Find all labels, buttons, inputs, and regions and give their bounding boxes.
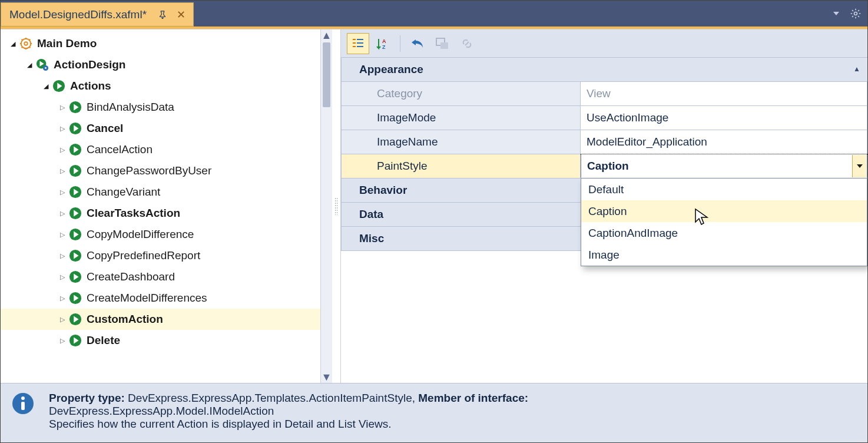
paintstyle-dropdown: Default Caption CaptionAndImage Image xyxy=(581,178,867,266)
category-appearance[interactable]: Appearance ▲ xyxy=(341,57,867,82)
tree-label: CopyModelDifference xyxy=(87,228,194,241)
expander-closed-icon[interactable]: ▷ xyxy=(58,103,67,111)
category-label: Behavior xyxy=(359,184,407,197)
alphabetical-button[interactable]: AZ xyxy=(372,33,394,54)
tree-item[interactable]: ▷CopyModelDifference xyxy=(1,224,320,245)
tree-label: Delete xyxy=(87,334,120,347)
tree-item[interactable]: ▷ClearTasksAction xyxy=(1,203,320,224)
desc-text: DevExpress.ExpressApp.Model.IModelAction xyxy=(49,405,528,418)
tree[interactable]: ◢ Main Demo ◢ ActionDesign ◢ Actions ▷Bi… xyxy=(1,29,320,383)
tree-item[interactable]: ▷CancelAction xyxy=(1,139,320,160)
svg-rect-22 xyxy=(357,39,363,40)
tree-item[interactable]: ▷Delete xyxy=(1,330,320,351)
tree-item[interactable]: ▷BindAnalysisData xyxy=(1,97,320,118)
disabled-button-1 xyxy=(431,33,453,54)
tree-item[interactable]: ▷ChangePasswordByUser xyxy=(1,160,320,181)
scroll-thumb[interactable] xyxy=(323,42,330,107)
close-icon[interactable] xyxy=(177,11,185,18)
prop-paintstyle[interactable]: PaintStyle Caption xyxy=(341,154,867,178)
expander-open-icon[interactable]: ◢ xyxy=(9,39,17,48)
gear-icon[interactable] xyxy=(850,8,862,19)
tree-actions[interactable]: ◢ Actions xyxy=(1,75,320,97)
prop-imagename[interactable]: ImageName ModelEditor_Application xyxy=(341,130,867,154)
desc-label: Member of interface: xyxy=(418,392,528,404)
play-icon xyxy=(69,270,82,283)
tree-item[interactable]: ▷CreateDashboard xyxy=(1,266,320,287)
expander-closed-icon[interactable]: ▷ xyxy=(58,167,67,175)
tree-label: Main Demo xyxy=(37,37,97,50)
pin-icon[interactable] xyxy=(158,11,167,19)
titlebar: Model.DesignedDiffs.xafml* xyxy=(1,1,867,27)
prop-value[interactable]: ModelEditor_Application xyxy=(581,130,867,154)
svg-rect-19 xyxy=(353,39,356,40)
scroll-down-icon[interactable]: ▼ xyxy=(321,371,332,383)
play-icon xyxy=(52,80,65,92)
expander-open-icon[interactable]: ◢ xyxy=(25,61,34,69)
play-icon xyxy=(69,207,82,220)
category-label: Appearance xyxy=(359,63,423,76)
tree-label: CancelAction xyxy=(87,143,153,156)
document-tab[interactable]: Model.DesignedDiffs.xafml* xyxy=(1,2,194,27)
tree-label: ChangeVariant xyxy=(87,186,160,199)
scroll-up-icon[interactable]: ▲ xyxy=(321,29,332,41)
tree-panel: ◢ Main Demo ◢ ActionDesign ◢ Actions ▷Bi… xyxy=(1,29,332,383)
tree-item[interactable]: ▷CustomAction xyxy=(1,309,320,330)
editor-window: Model.DesignedDiffs.xafml* ◢ Main Demo xyxy=(0,0,868,443)
play-icon xyxy=(69,164,82,177)
expander-closed-icon[interactable]: ▷ xyxy=(58,336,67,345)
prop-value-text: Caption xyxy=(587,160,629,173)
play-icon xyxy=(69,249,82,262)
tree-root[interactable]: ◢ Main Demo xyxy=(1,33,320,54)
expander-open-icon[interactable]: ◢ xyxy=(42,82,50,90)
tree-item[interactable]: ▷ChangeVariant xyxy=(1,181,320,203)
description-text: Property type: DevExpress.ExpressApp.Tem… xyxy=(49,392,528,431)
prop-value[interactable]: UseActionImage xyxy=(581,105,867,130)
prop-imagemode[interactable]: ImageMode UseActionImage xyxy=(341,105,867,130)
prop-category[interactable]: Category View xyxy=(341,81,867,106)
link-button xyxy=(456,33,478,54)
prop-value[interactable]: View xyxy=(581,81,867,106)
body: ◢ Main Demo ◢ ActionDesign ◢ Actions ▷Bi… xyxy=(1,29,867,383)
expander-closed-icon[interactable]: ▷ xyxy=(58,146,67,154)
tree-item[interactable]: ▷Cancel xyxy=(1,118,320,139)
dropdown-item[interactable]: Caption xyxy=(581,200,867,222)
desc-label: Property type: xyxy=(49,392,128,404)
expander-closed-icon[interactable]: ▷ xyxy=(58,230,67,239)
play-icon xyxy=(69,186,82,199)
chevron-down-icon[interactable] xyxy=(832,9,840,18)
dropdown-item[interactable]: Image xyxy=(581,244,867,266)
scrollbar[interactable]: ▲ ▼ xyxy=(320,29,332,383)
tree-item[interactable]: ▷CopyPredefinedReport xyxy=(1,245,320,266)
tree-label: Cancel xyxy=(87,122,123,135)
expander-closed-icon[interactable]: ▷ xyxy=(58,252,67,260)
dropdown-item[interactable]: CaptionAndImage xyxy=(581,222,867,244)
expander-closed-icon[interactable]: ▷ xyxy=(58,124,67,133)
tree-item[interactable]: ▷CreateModelDifferences xyxy=(1,287,320,309)
expander-closed-icon[interactable]: ▷ xyxy=(58,209,67,217)
svg-rect-21 xyxy=(353,46,356,47)
expander-closed-icon[interactable]: ▷ xyxy=(58,188,67,196)
prop-name: Category xyxy=(341,81,581,106)
prop-value[interactable]: Caption xyxy=(581,154,867,178)
tree-label: CustomAction xyxy=(87,313,163,326)
undo-button[interactable] xyxy=(406,33,429,54)
dropdown-button[interactable] xyxy=(852,155,866,177)
svg-point-0 xyxy=(854,12,857,15)
expander-closed-icon[interactable]: ▷ xyxy=(58,294,67,302)
dropdown-item[interactable]: Default xyxy=(581,178,867,200)
property-grid: Appearance ▲ Category View ImageMode Use… xyxy=(341,58,867,383)
tree-label: Actions xyxy=(70,80,111,92)
expander-closed-icon[interactable]: ▷ xyxy=(58,273,67,281)
collapse-icon[interactable]: ▲ xyxy=(853,65,860,73)
prop-name: PaintStyle xyxy=(341,154,581,178)
tab-title: Model.DesignedDiffs.xafml* xyxy=(9,8,147,21)
play-icon xyxy=(69,228,82,241)
property-toolbar: AZ xyxy=(341,29,867,58)
expander-closed-icon[interactable]: ▷ xyxy=(58,315,67,323)
splitter[interactable] xyxy=(332,29,340,383)
tree-label: CopyPredefinedReport xyxy=(87,249,200,262)
svg-rect-31 xyxy=(21,402,25,410)
categorized-button[interactable] xyxy=(347,33,369,54)
tree-actiondesign[interactable]: ◢ ActionDesign xyxy=(1,54,320,75)
svg-point-30 xyxy=(21,396,25,400)
